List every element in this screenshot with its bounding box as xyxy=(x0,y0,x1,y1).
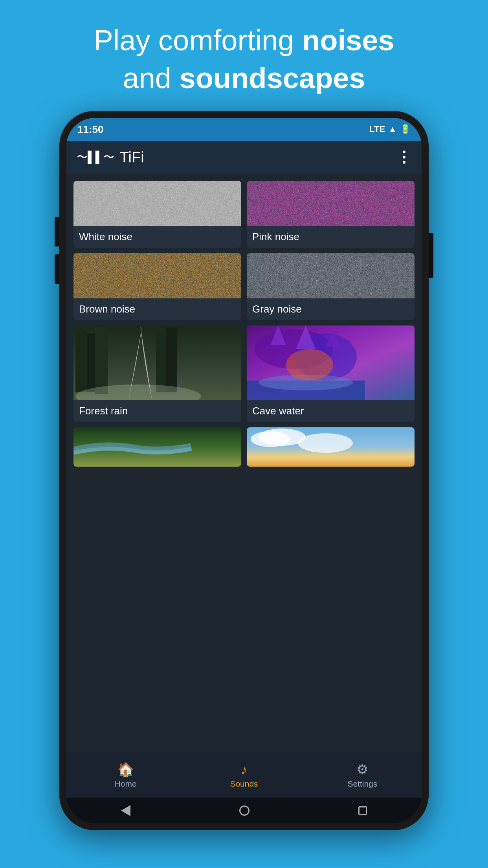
gray-noise-image xyxy=(247,253,415,298)
sounds-row-3: Forest rain xyxy=(73,326,415,422)
recents-button[interactable] xyxy=(358,806,367,815)
svg-point-24 xyxy=(298,433,353,453)
page-header: Play comforting noises and soundscapes xyxy=(0,0,488,111)
sound-card-white-noise[interactable]: White noise xyxy=(73,181,241,248)
sounds-row-4 xyxy=(73,427,415,467)
menu-icon[interactable]: ⋮ xyxy=(396,149,411,166)
sound-card-forest-rain[interactable]: Forest rain xyxy=(73,326,241,422)
app-bar: 〜▌▌〜 TiFi ⋮ xyxy=(66,141,422,174)
status-icons: LTE ▲ 🔋 xyxy=(369,124,411,134)
bottom-nav: 🏠 Home ♪ Sounds ⚙ Settings xyxy=(66,752,422,798)
sounds-row-2: Brown noise Gray noi xyxy=(73,253,415,320)
home-label: Home xyxy=(115,779,137,789)
power-button[interactable] xyxy=(429,233,433,278)
nav-item-sounds[interactable]: ♪ Sounds xyxy=(185,752,303,798)
sounds-row-1: White noise Pink noi xyxy=(73,181,415,248)
svg-rect-1 xyxy=(247,181,415,226)
svg-rect-9 xyxy=(166,327,177,392)
header-line2: and soundscapes xyxy=(31,59,457,97)
svg-rect-2 xyxy=(73,253,241,298)
sounds-label: Sounds xyxy=(230,779,258,789)
stream-image xyxy=(73,427,241,467)
system-nav-bar xyxy=(66,798,422,823)
brown-noise-image xyxy=(73,253,241,298)
home-circle-icon xyxy=(239,805,250,816)
header-bold-noises: noises xyxy=(302,24,394,57)
app-logo-icon: 〜▌▌〜 xyxy=(77,150,114,165)
back-button[interactable] xyxy=(121,805,130,816)
svg-rect-7 xyxy=(95,327,108,394)
white-noise-label: White noise xyxy=(73,226,241,248)
forest-rain-image xyxy=(73,326,241,400)
volume-up-button[interactable] xyxy=(55,217,59,246)
sound-card-sky[interactable] xyxy=(247,427,415,467)
recents-square-icon xyxy=(358,806,367,815)
header-line1: Play comforting noises xyxy=(31,22,457,59)
content-area: White noise Pink noi xyxy=(66,174,422,752)
battery-icon: 🔋 xyxy=(400,124,411,134)
phone-frame: 11:50 LTE ▲ 🔋 〜▌▌〜 TiFi ⋮ xyxy=(59,111,429,830)
cave-water-image xyxy=(247,326,415,400)
header-bold-soundscapes: soundscapes xyxy=(180,62,365,94)
pink-noise-image xyxy=(247,181,415,226)
volume-down-button[interactable] xyxy=(55,254,59,284)
white-noise-image xyxy=(73,181,241,226)
phone-screen: 11:50 LTE ▲ 🔋 〜▌▌〜 TiFi ⋮ xyxy=(66,118,422,823)
forest-rain-label: Forest rain xyxy=(73,400,241,422)
nav-item-settings[interactable]: ⚙ Settings xyxy=(303,752,422,798)
home-icon: 🏠 xyxy=(117,761,134,777)
page-background: Play comforting noises and soundscapes 1… xyxy=(0,0,488,868)
sky-image xyxy=(247,427,415,467)
signal-bars-icon: ▲ xyxy=(388,124,397,134)
sound-card-gray-noise[interactable]: Gray noise xyxy=(247,253,415,320)
sound-card-cave-water[interactable]: Cave water xyxy=(247,326,415,422)
lte-icon: LTE xyxy=(369,124,385,134)
sounds-icon: ♪ xyxy=(240,762,247,777)
sound-card-pink-noise[interactable]: Pink noise xyxy=(247,181,415,248)
status-bar: 11:50 LTE ▲ 🔋 xyxy=(66,118,422,141)
cave-water-label: Cave water xyxy=(247,400,415,422)
pink-noise-label: Pink noise xyxy=(247,226,415,248)
status-time: 11:50 xyxy=(77,123,104,136)
svg-rect-0 xyxy=(73,181,241,226)
brown-noise-label: Brown noise xyxy=(73,298,241,320)
sound-card-stream[interactable] xyxy=(73,427,241,467)
settings-icon: ⚙ xyxy=(356,761,368,777)
back-icon xyxy=(121,805,130,816)
svg-rect-5 xyxy=(75,329,87,392)
sound-card-brown-noise[interactable]: Brown noise xyxy=(73,253,241,320)
settings-label: Settings xyxy=(347,779,377,789)
nav-item-home[interactable]: 🏠 Home xyxy=(66,752,185,798)
svg-rect-3 xyxy=(247,253,415,298)
gray-noise-label: Gray noise xyxy=(247,298,415,320)
svg-point-16 xyxy=(286,349,333,381)
app-title: TiFi xyxy=(120,149,396,166)
home-button[interactable] xyxy=(239,805,250,816)
